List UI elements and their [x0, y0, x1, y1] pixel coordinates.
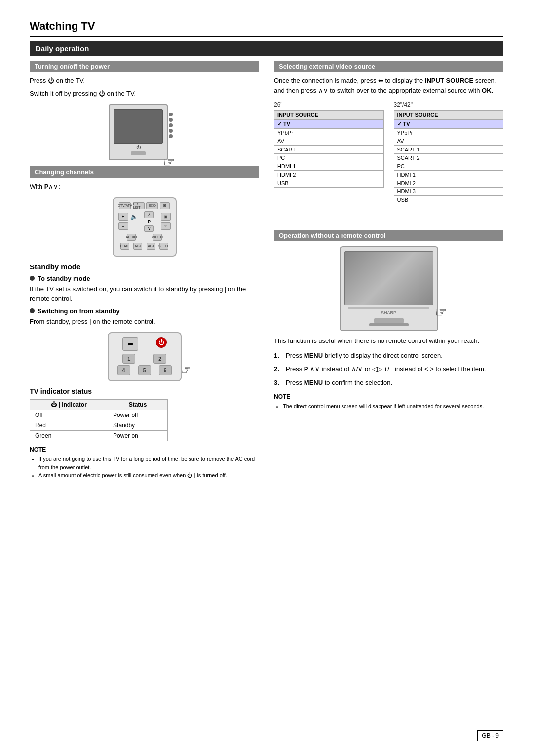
- table-row: HDMI 3: [394, 188, 503, 196]
- changing-channels-header: Changing channels: [30, 166, 259, 178]
- sleep-btn: SLEEP: [159, 243, 168, 250]
- selecting-source-desc: Once the connection is made, press ⬅ to …: [274, 76, 503, 95]
- status-power-off: Power off: [108, 410, 168, 420]
- audio-btn: AUDIO: [127, 234, 136, 241]
- table-row: SCART 1: [394, 146, 503, 154]
- standby-header: Standby mode: [30, 263, 259, 271]
- list-item: USB: [274, 179, 384, 188]
- indicator-table: ⏻ | indicator Status Off Power off Red S…: [30, 399, 168, 441]
- tv-illustration: ⏻ ☞: [30, 104, 259, 160]
- status-standby: Standby: [108, 420, 168, 431]
- input-group-26: 26" INPUT SOURCE ✓ TV YPbPr AV SCART PC …: [274, 101, 384, 204]
- list-item: PC: [394, 162, 503, 171]
- table-row: PC: [274, 154, 384, 162]
- table-row: Green Power on: [30, 431, 168, 441]
- eco-btn: ECO: [146, 202, 158, 209]
- daily-operation-header: Daily operation: [30, 41, 503, 56]
- tv-large-illustration: SHARP ☞: [274, 246, 503, 331]
- table-row: AV: [394, 137, 503, 146]
- list-item: HDMI 1: [274, 162, 384, 171]
- op-note-section: NOTE The direct control menu screen will…: [274, 393, 503, 411]
- table-row: Red Standby: [30, 420, 168, 431]
- indicator-off: Off: [30, 410, 108, 420]
- changing-channels-desc: With P∧∨:: [30, 182, 259, 191]
- turning-power-line2: Switch it off by pressing ⏻ on the TV.: [30, 89, 259, 99]
- table-row: ✓ TV: [394, 120, 503, 129]
- list-item: HDMI 3: [394, 188, 503, 196]
- page-number: GB - 9: [477, 730, 503, 741]
- list-item: If you are not going to use this TV for …: [38, 455, 259, 471]
- list-item: AV: [394, 137, 503, 146]
- list-item: USB: [394, 196, 503, 204]
- page-title: Watching TV: [30, 20, 503, 37]
- num-6: 6: [159, 365, 172, 375]
- tv-indicator-header: TV indicator status: [30, 387, 259, 395]
- table-row: USB: [394, 196, 503, 204]
- input-table-26: INPUT SOURCE ✓ TV YPbPr AV SCART PC HDMI…: [274, 110, 384, 188]
- input-source-header-32: INPUT SOURCE: [394, 111, 503, 120]
- list-item: 3. Press MENU to confirm the selection.: [274, 378, 503, 388]
- list-item: 1. Press MENU briefly to display the dir…: [274, 351, 503, 361]
- list-item: A small amount of electric power is stil…: [38, 471, 259, 480]
- table-row: PC: [394, 162, 503, 171]
- list-item: ✓ TV: [274, 120, 384, 129]
- input-group-32-42: 32"/42" INPUT SOURCE ✓ TV YPbPr AV SCART…: [394, 101, 504, 204]
- table-row: ✓ TV: [274, 120, 384, 129]
- to-standby-text: If the TV set is switched on, you can sw…: [30, 284, 259, 303]
- list-item: ✓ TV: [394, 120, 503, 129]
- list-item: 2. Press P ∧∨ instead of ∧/∨ or ◁▷ +/− i…: [274, 364, 503, 374]
- table-row: Off Power off: [30, 410, 168, 420]
- size-label-26: 26": [274, 101, 384, 108]
- indicator-col-header: ⏻ | indicator: [30, 400, 108, 410]
- volume-icon: 🔈: [130, 213, 138, 220]
- input-source-header-26: INPUT SOURCE: [274, 111, 384, 120]
- extra-btn: ⊞: [160, 202, 170, 209]
- op-note-list: The direct control menu screen will disa…: [274, 402, 503, 411]
- table-row: YPbPr: [394, 129, 503, 137]
- adj2-btn: ADJ: [147, 243, 155, 250]
- table-row: HDMI 1: [274, 162, 384, 171]
- dtv-atv-btn: DTV/ATV: [119, 202, 131, 209]
- standby-section: Standby mode To standby mode If the TV s…: [30, 263, 259, 327]
- table-row: AV: [274, 137, 384, 146]
- to-standby-header: To standby mode: [30, 275, 259, 282]
- switching-on-text: From standby, press | on the remote cont…: [30, 317, 259, 327]
- table-row: SCART: [274, 146, 384, 154]
- hand-touch-icon: ☞: [163, 154, 175, 170]
- list-item: HDMI 2: [274, 171, 384, 179]
- num-4: 4: [117, 365, 130, 375]
- list-item: PC: [274, 154, 384, 162]
- switching-on-header: Switching on from standby: [30, 307, 259, 315]
- indicator-note-list: If you are not going to use this TV for …: [30, 455, 259, 480]
- indicator-note-section: NOTE If you are not going to use this TV…: [30, 446, 259, 480]
- status-power-on: Power on: [108, 431, 168, 441]
- table-row: HDMI 2: [394, 179, 503, 188]
- num-1: 1: [122, 354, 135, 364]
- turning-power-header: Turning on/off the power: [30, 61, 259, 72]
- num-5: 5: [138, 365, 151, 375]
- size-label-32-42: 32"/42": [394, 101, 504, 108]
- list-item: YPbPr: [394, 129, 503, 137]
- input-tables: 26" INPUT SOURCE ✓ TV YPbPr AV SCART PC …: [274, 101, 503, 204]
- video-btn: VIDEO: [153, 234, 162, 241]
- table-row: YPbPr: [274, 129, 384, 137]
- list-item: AV: [274, 137, 384, 146]
- op-without-remote-header: Operation without a remote control: [274, 230, 503, 241]
- standby-remote-illustration: ⬅ ⏻ 1 2 4 5 6 ☞: [30, 332, 259, 381]
- selecting-source-header: Selecting external video source: [274, 61, 503, 72]
- list-item: YPbPr: [274, 129, 384, 137]
- list-item: HDMI 2: [394, 179, 503, 188]
- op-steps-list: 1. Press MENU briefly to display the dir…: [274, 351, 503, 388]
- list-item: SCART: [274, 146, 384, 154]
- status-col-header: Status: [108, 400, 168, 410]
- table-row: USB: [274, 179, 384, 188]
- power-button: ⏻: [156, 337, 167, 348]
- indicator-red: Red: [30, 420, 108, 431]
- list-item: The direct control menu screen will disa…: [283, 402, 503, 411]
- list-item: HDMI 1: [394, 171, 503, 179]
- op-without-remote-section: Operation without a remote control SHARP…: [274, 230, 503, 411]
- remote-illustration: DTV/ATV PR LIST ECO ⊞ + 🔈 −: [30, 197, 259, 257]
- table-row: SCART 2: [394, 154, 503, 162]
- list-item: SCART 2: [394, 154, 503, 162]
- turning-power-line1: Press ⏻ on the TV.: [30, 76, 259, 86]
